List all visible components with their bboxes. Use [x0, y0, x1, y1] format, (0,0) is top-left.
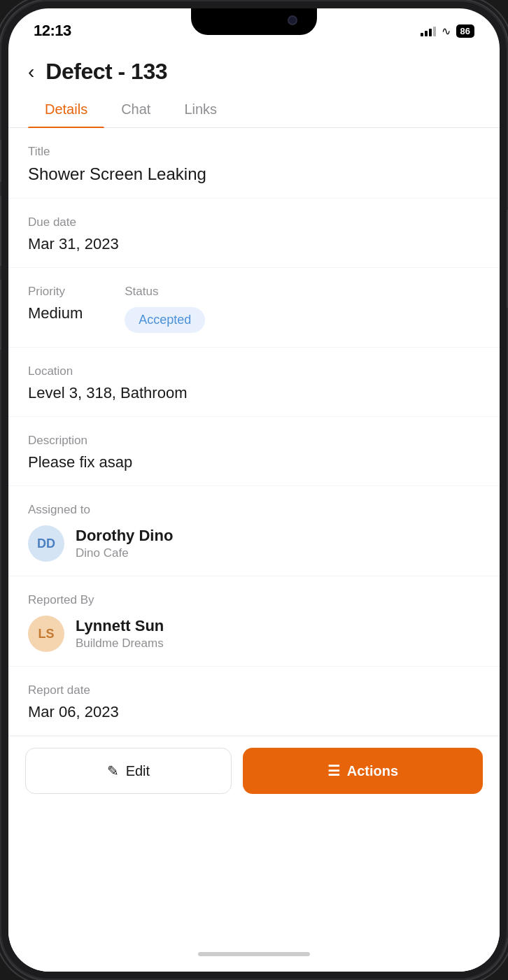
status-label: Status — [125, 285, 205, 299]
actions-button[interactable]: ☰ Actions — [243, 748, 483, 794]
title-label: Title — [28, 145, 480, 159]
title-field: Title Shower Screen Leaking — [8, 128, 500, 199]
location-field: Location Level 3, 318, Bathroom — [8, 348, 500, 417]
tab-bar: Details Chat Links — [8, 93, 500, 128]
location-value: Level 3, 318, Bathroom — [28, 384, 480, 402]
reporter-row: LS Lynnett Sun Buildme Dreams — [28, 616, 480, 652]
reporter-name: Lynnett Sun — [76, 617, 164, 635]
status-badge: Accepted — [125, 307, 205, 333]
assignee-info: Dorothy Dino Dino Cafe — [76, 527, 173, 560]
assignee-org: Dino Cafe — [76, 546, 173, 560]
priority-field: Priority Medium — [28, 285, 83, 322]
battery-level: 86 — [456, 24, 474, 38]
reporter-avatar: LS — [28, 616, 64, 652]
report-date-field: Report date Mar 06, 2023 — [8, 667, 500, 736]
priority-status-row: Priority Medium Status Accepted — [8, 268, 500, 348]
status-field: Status Accepted — [125, 285, 205, 333]
home-indicator — [198, 952, 310, 956]
priority-value: Medium — [28, 304, 83, 322]
status-icons: ∿ 86 — [421, 24, 474, 38]
actions-label: Actions — [347, 763, 398, 779]
page-title: Defect - 133 — [45, 59, 167, 85]
main-content: ‹ Defect - 133 Details Chat Links Title … — [8, 48, 500, 972]
due-date-field: Due date Mar 31, 2023 — [8, 199, 500, 268]
edit-button[interactable]: ✎ Edit — [25, 748, 232, 794]
reporter-info: Lynnett Sun Buildme Dreams — [76, 617, 164, 651]
location-label: Location — [28, 364, 480, 378]
description-value: Please fix asap — [28, 453, 480, 471]
description-label: Description — [28, 434, 480, 448]
title-value: Shower Screen Leaking — [28, 164, 480, 184]
assigned-to-field: Assigned to DD Dorothy Dino Dino Cafe — [8, 486, 500, 576]
report-date-value: Mar 06, 2023 — [28, 703, 480, 721]
edit-label: Edit — [126, 763, 150, 779]
actions-icon: ☰ — [327, 762, 340, 779]
priority-label: Priority — [28, 285, 83, 299]
tab-details[interactable]: Details — [28, 93, 104, 127]
signal-icon — [421, 25, 436, 36]
reported-by-label: Reported By — [28, 593, 480, 607]
report-date-label: Report date — [28, 683, 480, 697]
reporter-org: Buildme Dreams — [76, 637, 164, 651]
assignee-avatar: DD — [28, 525, 64, 562]
due-date-value: Mar 31, 2023 — [28, 235, 480, 253]
battery-indicator: 86 — [456, 24, 474, 38]
assigned-to-label: Assigned to — [28, 503, 480, 517]
bottom-action-bar: ✎ Edit ☰ Actions — [8, 736, 500, 822]
back-button[interactable]: ‹ — [28, 61, 34, 83]
due-date-label: Due date — [28, 215, 480, 229]
status-time: 12:13 — [34, 22, 71, 40]
assignee-name: Dorothy Dino — [76, 527, 173, 545]
tab-chat[interactable]: Chat — [104, 93, 167, 127]
tab-links[interactable]: Links — [167, 93, 234, 127]
reported-by-field: Reported By LS Lynnett Sun Buildme Dream… — [8, 576, 500, 667]
page-header: ‹ Defect - 133 — [8, 48, 500, 93]
edit-icon: ✎ — [107, 762, 119, 779]
description-field: Description Please fix asap — [8, 417, 500, 486]
wifi-icon: ∿ — [442, 24, 451, 38]
assignee-row: DD Dorothy Dino Dino Cafe — [28, 525, 480, 562]
